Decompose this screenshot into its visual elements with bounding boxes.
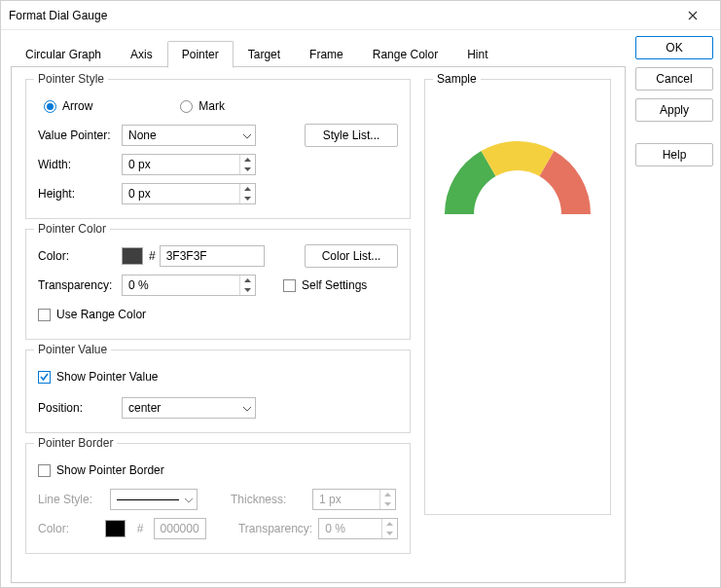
group-pointer-value: Pointer Value Show Pointer Value Positio… [25, 349, 411, 433]
hash-label: # [137, 522, 144, 535]
label-line-style: Line Style: [38, 493, 104, 506]
spinner-buttons[interactable] [381, 519, 397, 538]
line-preview [117, 499, 179, 500]
color-swatch[interactable] [122, 247, 143, 265]
group-sample: Sample [424, 79, 611, 515]
check-use-range-color-label: Use Range Color [56, 308, 146, 321]
radio-icon [180, 100, 193, 113]
label-value-pointer: Value Pointer: [38, 129, 122, 142]
group-pointer-color: Pointer Color Color: # 3F3F3F Color List… [25, 229, 411, 340]
left-area: Circular Graph Axis Pointer Target Frame… [11, 36, 626, 577]
forms-column: Pointer Style Arrow Mark [25, 79, 411, 570]
spinner-buttons[interactable] [239, 184, 255, 203]
apply-button[interactable]: Apply [635, 98, 713, 122]
radio-mark[interactable]: Mark [180, 99, 225, 113]
check-show-pointer-value-label: Show Pointer Value [56, 370, 159, 384]
radio-arrow[interactable]: Arrow [44, 99, 92, 113]
tab-frame[interactable]: Frame [295, 41, 358, 68]
label-width: Width: [38, 158, 122, 171]
ok-button[interactable]: OK [635, 36, 713, 59]
close-button[interactable] [673, 2, 712, 29]
color-hex-input[interactable]: 3F3F3F [160, 245, 265, 267]
radio-icon [44, 100, 56, 113]
check-show-pointer-value[interactable]: Show Pointer Value [38, 370, 159, 384]
tab-circular-graph[interactable]: Circular Graph [11, 41, 116, 68]
tab-panel: Pointer Style Arrow Mark [11, 67, 626, 583]
tab-hint[interactable]: Hint [452, 41, 502, 68]
spinner-border-transparency-value: 0 % [325, 522, 345, 535]
label-thickness: Thickness: [231, 493, 306, 506]
tab-range-color[interactable]: Range Color [358, 41, 452, 68]
legend-pointer-style: Pointer Style [34, 72, 108, 86]
tab-axis[interactable]: Axis [116, 41, 167, 68]
check-show-pointer-border-label: Show Pointer Border [56, 463, 164, 477]
spin-down-icon[interactable] [380, 499, 395, 509]
check-self-settings-label: Self Settings [302, 278, 367, 292]
color-list-button[interactable]: Color List... [305, 244, 398, 268]
spinner-buttons[interactable] [239, 276, 255, 295]
spin-down-icon[interactable] [382, 529, 397, 538]
label-color: Color: [38, 249, 122, 263]
label-position: Position: [38, 401, 122, 415]
chevron-down-icon [185, 493, 193, 506]
content-area: Circular Graph Axis Pointer Target Frame… [1, 30, 720, 587]
spinner-height[interactable]: 0 px [122, 183, 256, 204]
tab-target[interactable]: Target [234, 41, 295, 68]
spin-up-icon[interactable] [240, 155, 255, 165]
hash-label: # [149, 249, 156, 263]
help-button[interactable]: Help [635, 143, 713, 166]
spinner-height-value: 0 px [128, 187, 151, 201]
gauge-svg [435, 129, 600, 226]
chevron-down-icon [243, 129, 251, 142]
check-show-pointer-border[interactable]: Show Pointer Border [38, 463, 164, 477]
checkbox-icon [38, 464, 51, 477]
check-self-settings[interactable]: Self Settings [283, 278, 367, 292]
spin-down-icon[interactable] [240, 285, 255, 295]
legend-pointer-value: Pointer Value [34, 343, 111, 356]
legend-sample: Sample [433, 72, 481, 86]
checkbox-icon [38, 309, 51, 321]
select-line-style[interactable] [110, 489, 198, 510]
check-use-range-color[interactable]: Use Range Color [38, 308, 146, 321]
select-value-pointer[interactable]: None [122, 125, 256, 146]
tabstrip: Circular Graph Axis Pointer Target Frame… [11, 40, 626, 67]
border-color-hex-input[interactable]: 000000 [154, 518, 207, 539]
spin-up-icon[interactable] [240, 276, 255, 285]
select-value-pointer-value: None [128, 129, 157, 142]
group-pointer-border: Pointer Border Show Pointer Border Line … [25, 443, 411, 554]
spinner-buttons[interactable] [239, 155, 255, 174]
spinner-buttons[interactable] [379, 490, 395, 509]
style-list-button[interactable]: Style List... [305, 124, 398, 147]
chevron-down-icon [243, 401, 251, 415]
select-position[interactable]: center [122, 397, 256, 419]
spin-up-icon[interactable] [382, 519, 397, 529]
close-icon [688, 11, 698, 20]
spinner-width[interactable]: 0 px [122, 154, 256, 175]
tab-pointer[interactable]: Pointer [167, 41, 234, 68]
label-border-transparency: Transparency: [238, 522, 312, 535]
label-border-color: Color: [38, 522, 99, 535]
checkbox-icon [38, 371, 51, 384]
spin-up-icon[interactable] [380, 490, 395, 499]
window-title: Format Dial Gauge [9, 9, 673, 22]
cancel-button[interactable]: Cancel [635, 67, 713, 91]
radio-arrow-label: Arrow [62, 99, 92, 113]
spinner-thickness-value: 1 px [319, 493, 342, 506]
radio-mark-label: Mark [198, 99, 225, 113]
spinner-transparency[interactable]: 0 % [122, 275, 256, 296]
spinner-transparency-value: 0 % [128, 278, 149, 292]
legend-pointer-border: Pointer Border [34, 436, 117, 450]
spin-down-icon[interactable] [240, 194, 255, 203]
titlebar: Format Dial Gauge [1, 1, 720, 30]
spinner-width-value: 0 px [128, 158, 151, 171]
dialog-buttons: OK Cancel Apply Help [635, 36, 713, 577]
legend-pointer-color: Pointer Color [34, 222, 110, 236]
label-transparency: Transparency: [38, 278, 122, 292]
spinner-border-transparency[interactable]: 0 % [318, 518, 398, 539]
spinner-thickness[interactable]: 1 px [312, 489, 396, 510]
border-color-swatch[interactable] [105, 520, 126, 537]
dialog-window: Format Dial Gauge Circular Graph Axis Po… [0, 0, 721, 588]
spin-down-icon[interactable] [240, 165, 255, 174]
group-pointer-style: Pointer Style Arrow Mark [25, 79, 411, 219]
spin-up-icon[interactable] [240, 184, 255, 194]
